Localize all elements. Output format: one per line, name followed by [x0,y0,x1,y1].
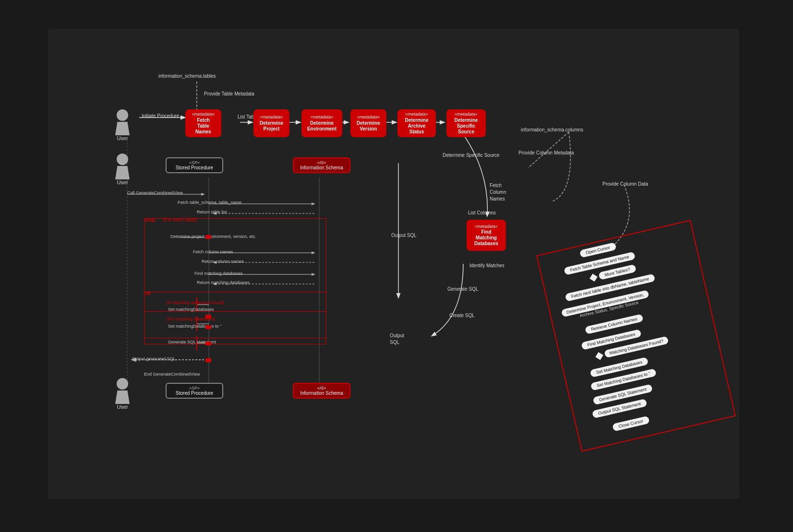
provide-table-metadata-label: Provide Table Metadata [204,91,254,96]
user-body-bottom [115,390,130,404]
seq-red-arrow-4 [205,342,211,345]
diamond-matching-found [595,352,603,360]
seq-fetch-col-label: Fetch column names [193,249,233,254]
sp-label-bottom: Stored Procedure [169,390,219,396]
seq-fetch-table-label: Fetch table_schema, table_name [178,200,241,205]
info-schema-bottom: «IS» Information Schema [293,383,350,399]
fetch-column-names-label: FetchColumnNames [490,182,506,202]
user-label-bottom: User [115,404,130,410]
find-matching-box: «metadata» FindMatchingDatabases [467,220,506,251]
stored-procedure-bottom: «SP» Stored Procedure [166,383,223,399]
initiate-procedure-label: Initiate Procedure [142,113,179,118]
user-body-top [115,122,130,135]
determine-source-box: «metadata» DetermineSpecificSource [446,109,486,137]
seq-end-label: End GenerateCombinedView [144,372,200,377]
is-label-top: Information Schema [297,165,347,170]
schema-tables-label: information_schema.tables [158,73,216,79]
list-columns-label: List Columns [468,210,496,215]
user-label-mid: User [115,179,130,185]
seq-call-label: Call GenerateCombinedView [127,190,183,195]
is-label-bottom: Information Schema [297,390,347,396]
determine-environment-box: «metadata» DetermineEnvironment [301,109,342,137]
identify-matches-label: Identify Matches [469,263,505,268]
seq-set-match-label: Set matchingDatabases [168,307,214,312]
pill-open-cursor: Open Cursor [579,242,616,258]
seq-red-arrow-3 [205,325,211,329]
seq-red-arrow-1 [205,235,211,239]
fetch-table-names-box: «metadata» FetchTableNames [185,109,221,137]
alt-label: alt [145,291,151,296]
pill-more-tables: More Tables? [598,264,636,280]
provide-column-data-label: Provide Column Data [602,181,648,187]
user-actor-bottom: User [115,378,130,410]
user-head-mid [117,154,128,165]
output-sql2-label: OutputSQL [390,332,404,346]
rotated-flowchart: Open Cursor Fetch Table Schema and Name … [536,220,736,451]
seq-find-db-label: Find matching databases [194,271,243,276]
if-condition-label: [If matching databases found] [167,300,224,305]
loop-label: loop [145,217,155,223]
diamond-more-tables [589,274,598,282]
seq-red-arrow-2 [205,315,211,319]
user-head-top [117,109,128,121]
seq-set-empty-label: Set matchingDatabases to '' [168,324,222,329]
sp-label-top: Stored Procedure [169,165,219,170]
seq-return-col-label: Return column names [202,259,244,264]
diagram-container: information_schema.tables information_sc… [48,29,739,499]
seq-determine-label: Determine project, environment, version,… [170,234,256,239]
provide-column-metadata-label: Provide Column Metadata [518,150,574,155]
create-sql-label: Create SQL [449,313,475,318]
seq-return-db-label: Return matching databases [197,280,250,285]
determine-project-box: «metadata» DetermineProject [253,109,289,137]
info-schema-top: «IS» Information Schema [293,157,350,173]
user-actor-top: User [115,109,130,141]
seq-red-arrow-return [205,358,211,362]
loop-condition: [For each table] [163,217,196,223]
pill-close-cursor: Close Cursor [612,416,649,432]
user-label-top: User [115,135,130,141]
schema-columns-label: information_schema.columns [521,127,583,132]
user-body-mid [115,166,130,179]
determine-archive-box: «metadata» DetermineArchiveStatus [397,109,436,137]
determine-specific-source-label: Determine Specific Source [443,153,499,158]
output-sql-main-label: Output SQL [391,233,417,238]
user-actor-mid: User [115,154,130,185]
user-head-bottom [117,378,128,390]
generate-sql-label: Generate SQL [447,286,478,292]
seq-return-table-label: Return table list [197,210,227,214]
determine-version-box: «metadata» DetermineVersion [350,109,386,137]
seq-output-label: Output generated SQL [132,356,176,361]
stored-procedure-top: «SP» Stored Procedure [166,157,223,173]
